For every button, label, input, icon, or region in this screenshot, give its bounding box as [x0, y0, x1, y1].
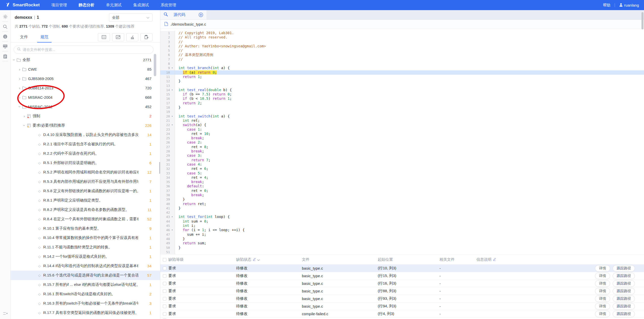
trace-path-button[interactable]: 跟踪路径 [613, 273, 635, 279]
row-checkbox[interactable] [163, 312, 166, 316]
tree-node-R.14.4[interactable]: ◇R.14.4 if语句和迭代语句的控制表达式的类型应该是基本Boolean。3… [11, 261, 160, 271]
edit-pencil-icon[interactable] [253, 257, 256, 262]
tree-node-R.5.3[interactable]: ◇R.5.3 具有内部作用域的标识符不应使用与具有外部作用域的标识符相同的名称。… [11, 177, 160, 186]
nav-item-1[interactable]: 静态分析 [79, 3, 94, 8]
defect-row-2[interactable]: 要求待修改basic_type.c(行15, 列3)-详情跟踪路径 [160, 272, 644, 280]
chevron-down-icon[interactable] [257, 257, 260, 262]
tree-node-R.14.2[interactable]: ◇R.14.2 一个for循环应该是格式良好的。1 [11, 252, 160, 261]
tree-node-R.16.3[interactable]: ◇R.16.3 所有的switch子句都必须被一个无条件的break语句终止。3 [11, 299, 160, 308]
col-start-position[interactable]: 起始位置 [378, 257, 439, 262]
defect-row-7[interactable]: 要求待修改compile-failed.c(行4, 列3)-详情跟踪路径 [160, 310, 644, 318]
window-scrollbar[interactable] [641, 12, 643, 29]
tree-node-R.5.1[interactable]: ◇R.5.1 外部标识符应该是明确的。6 [11, 158, 160, 168]
tree-node-CWE[interactable]: ›CWE85 [11, 65, 160, 74]
clipboard-icon[interactable] [3, 54, 8, 59]
trace-path-button[interactable]: 跟踪路径 [613, 311, 635, 317]
tree-node-强制[interactable]: ›强制2 [11, 111, 160, 121]
trace-path-button[interactable]: 跟踪路径 [613, 288, 635, 294]
defect-row-3[interactable]: 要求待修改basic_type.c(行16, 列3)-详情跟踪路径 [160, 280, 644, 287]
trace-path-button[interactable]: 跟踪路径 [613, 303, 635, 310]
display-icon[interactable] [3, 44, 8, 49]
detail-button[interactable]: 详情 [595, 295, 610, 302]
detail-button[interactable]: 详情 [595, 265, 610, 272]
defect-row-4[interactable]: 要求待修改basic_type.c(行88, 列3)-详情跟踪路径 [160, 287, 644, 295]
tree-node-R.8.2[interactable]: ◇R.8.2 声明和定义应该是具有命名参数的函数原型。11 [11, 205, 160, 214]
defect-row-6[interactable]: 要求待修改basic_type.c(行94, 列3)-详情跟踪路径 [160, 303, 644, 310]
tree-node-GJB5369-2005[interactable]: ›GJB5369-2005467 [11, 74, 160, 83]
expand-arrow-icon[interactable]: › [18, 86, 22, 90]
fold-arrow-icon[interactable]: ▾ [170, 66, 174, 70]
tree-node-R.5.2[interactable]: ◇R.5.2 声明在相同作用域和相同命名空间的标识符名称应有区别。12 [11, 168, 160, 177]
select-all-checkbox[interactable] [163, 258, 166, 262]
collapse-arrow-icon[interactable]: › [18, 105, 22, 109]
detail-button[interactable]: 详情 [595, 273, 610, 279]
trace-path-button[interactable]: 跟踪路径 [613, 295, 635, 302]
tree-node-R.15.6[interactable]: ◇R.15.6 个迭代语句或是选择语句的主体必须是一个复合语句。57 [11, 271, 160, 280]
search-icon[interactable] [3, 24, 8, 29]
trace-path-button[interactable]: 跟踪路径 [613, 265, 635, 272]
sidebar-scrollbar[interactable] [154, 54, 156, 76]
tab-files[interactable]: 文件 [14, 32, 34, 42]
col-defect-status[interactable]: 缺陷状态 [236, 257, 302, 262]
clipboard-export-icon[interactable] [140, 33, 152, 41]
fold-arrow-icon[interactable]: ▾ [170, 114, 174, 118]
defect-row-5[interactable]: 要求待修改basic_type.c(行93, 列3)-详情跟踪路径 [160, 295, 644, 303]
nav-item-3[interactable]: 集成测试 [133, 3, 149, 8]
broom-icon[interactable] [126, 33, 138, 41]
tree-node-R.15.7[interactable]: ◇R.15.7 所有的if ... else if的构造语句都要以else语句结… [11, 280, 160, 289]
tree-node-要求/必要/强烈推荐[interactable]: ›要求/必要/强烈推荐226 [11, 121, 160, 130]
expand-arrow-icon[interactable]: › [18, 95, 22, 99]
code-window-icon[interactable] [98, 33, 110, 41]
tree-node-全部[interactable]: ›全部2771 [11, 55, 160, 65]
collapse-arrow-icon[interactable]: › [22, 124, 27, 128]
code-search-icon[interactable] [164, 12, 168, 17]
tree-node-R.2.1[interactable]: ◇R.2.1 项目中不应该包含不会被执行的代码。1 [11, 139, 160, 149]
tab-settings-icon[interactable] [198, 12, 203, 17]
nav-item-2[interactable]: 单元测试 [106, 3, 122, 8]
col-defect-level[interactable]: 缺陷等级 [168, 257, 236, 262]
panel-resize-handle[interactable] [159, 162, 160, 174]
detail-button[interactable]: 详情 [595, 311, 610, 317]
expand-arrow-icon[interactable]: › [18, 76, 22, 81]
info-icon[interactable] [3, 34, 8, 39]
detail-button[interactable]: 详情 [595, 288, 610, 294]
row-checkbox[interactable] [163, 267, 166, 270]
tree-node-R.2.2[interactable]: ◇R.2.2 代码中不应该存在死代码。1 [11, 149, 160, 158]
row-checkbox[interactable] [163, 305, 166, 308]
row-checkbox[interactable] [163, 282, 166, 285]
file-path[interactable]: ./demox/basic_type.c [170, 22, 206, 26]
tree-node-R.10.4[interactable]: ◇R.10.4 带常规算数转换的操作符中的两个算子应该具有相同的基本类型。1 [11, 233, 160, 243]
row-checkbox[interactable] [163, 289, 166, 293]
brand[interactable]: SmartRocket [5, 2, 40, 8]
tree-node-R.11.1[interactable]: ◇R.11.1 不能与函数指针类型之间的转换。1 [11, 243, 160, 252]
tree-node-D.4.10[interactable]: ◇D.4.10 应采取预防措施，以防止头文件的内容被包含多次。14 [11, 130, 160, 139]
nav-item-4[interactable]: 系统管理 [161, 3, 176, 8]
tree-node-R.8.1[interactable]: ◇R.8.1 声明和定义应明确指定类型。1 [11, 196, 160, 205]
col-related-files[interactable]: 相关文件 [439, 257, 476, 262]
tree-node-R.5.8[interactable]: ◇R.5.8 定义有外部链接的对象或函数的标识符应是唯一的。1 [11, 186, 160, 196]
tree-node-R.10.1[interactable]: ◇R.10.1 算子应有恰当的基本类型。9 [11, 224, 160, 233]
expand-arrow-icon[interactable]: › [22, 114, 26, 118]
nav-item-0[interactable]: 项目管理 [51, 3, 67, 8]
fold-arrow-icon[interactable]: ▾ [170, 123, 174, 127]
defect-row-1[interactable]: 要求待修改basic_type.c(行10, 列3)-详情跟踪路径 [160, 265, 644, 272]
fold-arrow-icon[interactable]: ▾ [170, 215, 174, 219]
col-file[interactable]: 文件 [302, 257, 378, 262]
collapse-panel-icon[interactable] [3, 311, 8, 316]
tab-rules[interactable]: 规范 [34, 32, 55, 42]
settings-icon[interactable] [3, 14, 8, 19]
tree-node-R.16.1[interactable]: ◇R.16.1 所有switch语句必须是格式良好的。2 [11, 289, 160, 299]
expand-arrow-icon[interactable]: › [18, 67, 22, 71]
filter-select[interactable]: 全部 [109, 13, 152, 22]
trace-path-button[interactable]: 跟踪路径 [613, 280, 635, 287]
chart-icon[interactable] [112, 33, 124, 41]
tree-search-input[interactable] [23, 48, 150, 52]
row-checkbox[interactable] [163, 297, 166, 301]
user-menu[interactable]: ruanlang [619, 3, 639, 8]
col-info[interactable]: 信息说明 [476, 257, 577, 262]
detail-button[interactable]: 详情 [595, 280, 610, 287]
tree-node-R.17.7[interactable]: ◇R.17.7 具有非空类型返回值的函数的返回值必须被使用。1 [11, 308, 160, 317]
fold-arrow-icon[interactable]: ▾ [170, 88, 174, 92]
fold-arrow-icon[interactable]: ▾ [170, 228, 174, 232]
tree-node-R.18.6[interactable]: ◇R.18.6 在自动存储的对象的地址不能赋值给一个生命周期比它长的对象。1 [11, 317, 160, 319]
